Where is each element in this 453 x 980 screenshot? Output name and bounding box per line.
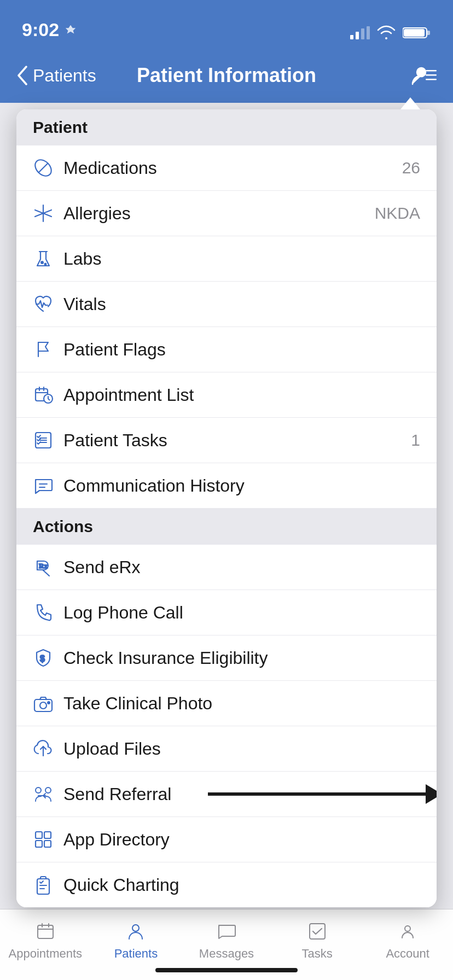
menu-item-communication-history[interactable]: Communication History <box>16 463 437 509</box>
tasks-tab-label: Tasks <box>301 947 332 961</box>
tab-patients[interactable]: Patients <box>91 919 182 961</box>
phone-icon <box>33 602 63 623</box>
menu-item-app-directory[interactable]: App Directory <box>16 817 437 862</box>
svg-text:$: $ <box>40 654 45 663</box>
svg-line-12 <box>39 164 48 172</box>
menu-item-vitals[interactable]: Vitals <box>16 282 437 327</box>
svg-rect-43 <box>36 841 42 847</box>
home-indicator <box>155 968 298 972</box>
svg-point-54 <box>405 926 410 931</box>
log-phone-call-label: Log Phone Call <box>63 603 420 623</box>
patient-tasks-label: Patient Tasks <box>63 430 411 451</box>
allergies-label: Allergies <box>63 203 375 224</box>
flask-icon <box>33 248 63 269</box>
rx-icon: Rx <box>33 557 63 578</box>
communication-history-label: Communication History <box>63 476 420 496</box>
svg-point-17 <box>41 261 43 264</box>
calendar-clock-icon <box>33 384 63 405</box>
tab-appointments[interactable]: Appointments <box>0 919 91 961</box>
svg-point-35 <box>40 702 47 709</box>
menu-item-labs[interactable]: Labs <box>16 236 437 282</box>
account-tab-icon <box>396 919 420 943</box>
tab-account[interactable]: Account <box>362 919 453 961</box>
svg-rect-53 <box>310 924 325 939</box>
patients-tab-label: Patients <box>114 947 158 961</box>
checklist-icon <box>33 430 63 451</box>
svg-rect-5 <box>427 31 430 35</box>
messages-tab-icon <box>214 919 239 943</box>
menu-item-take-photo[interactable]: Take Clinical Photo <box>16 681 437 726</box>
menu-item-upload-files[interactable]: Upload Files <box>16 726 437 772</box>
messages-tab-label: Messages <box>199 947 254 961</box>
menu-item-quick-charting[interactable]: Quick Charting <box>16 862 437 907</box>
labs-label: Labs <box>63 249 420 269</box>
svg-rect-6 <box>404 29 425 37</box>
svg-point-52 <box>132 925 139 931</box>
signal-icon <box>350 26 370 39</box>
svg-rect-44 <box>44 841 51 847</box>
svg-rect-3 <box>367 26 370 39</box>
allergies-badge: NKDA <box>375 204 420 223</box>
appointments-tab-label: Appointments <box>9 947 83 961</box>
svg-line-31 <box>43 570 49 576</box>
menu-item-log-phone-call[interactable]: Log Phone Call <box>16 590 437 635</box>
take-photo-label: Take Clinical Photo <box>63 693 420 714</box>
pill-icon <box>33 158 63 178</box>
tab-messages[interactable]: Messages <box>181 919 272 961</box>
svg-rect-8 <box>426 70 437 72</box>
svg-rect-10 <box>426 79 437 80</box>
menu-item-send-referral[interactable]: Send Referral <box>16 772 437 817</box>
appointments-tab-icon <box>33 919 57 943</box>
appointment-list-label: Appointment List <box>63 385 420 405</box>
nav-right-icons <box>410 65 437 86</box>
menu-item-send-erx[interactable]: Rx Send eRx <box>16 545 437 590</box>
profile-icon[interactable] <box>410 65 437 86</box>
menu-item-appointment-list[interactable]: Appointment List <box>16 372 437 418</box>
menu-item-medications[interactable]: Medications 26 <box>16 145 437 191</box>
heart-pulse-icon <box>33 294 63 314</box>
patient-flags-label: Patient Flags <box>63 340 420 360</box>
svg-rect-42 <box>44 832 51 838</box>
camera-icon <box>33 693 63 714</box>
svg-point-39 <box>45 788 51 793</box>
patients-tab-icon <box>124 919 148 943</box>
upload-files-label: Upload Files <box>63 739 420 759</box>
page-title: Patient Information <box>137 64 316 87</box>
svg-rect-2 <box>361 28 364 39</box>
menu-item-patient-flags[interactable]: Patient Flags <box>16 327 437 372</box>
svg-rect-0 <box>350 35 353 39</box>
wifi-icon <box>376 25 396 40</box>
patient-section-header: Patient <box>16 109 437 145</box>
vitals-label: Vitals <box>63 294 420 314</box>
send-erx-label: Send eRx <box>63 557 420 578</box>
menu-item-check-insurance[interactable]: $ Check Insurance Eligibility <box>16 635 437 681</box>
menu-item-allergies[interactable]: Allergies NKDA <box>16 191 437 236</box>
back-button[interactable]: Patients <box>16 66 96 86</box>
tasks-tab-icon <box>305 919 329 943</box>
svg-point-18 <box>45 264 47 265</box>
flag-icon <box>33 339 63 360</box>
quick-charting-label: Quick Charting <box>63 875 420 895</box>
tab-tasks[interactable]: Tasks <box>272 919 363 961</box>
svg-point-38 <box>36 788 41 793</box>
actions-section-header: Actions <box>16 509 437 545</box>
account-tab-label: Account <box>386 947 429 961</box>
message-lines-icon <box>33 475 63 496</box>
back-label: Patients <box>33 66 96 86</box>
clipboard-check-icon <box>33 874 63 895</box>
status-time: 9:02 <box>22 19 77 40</box>
svg-rect-41 <box>36 832 42 838</box>
medications-badge: 26 <box>402 159 420 177</box>
check-insurance-label: Check Insurance Eligibility <box>63 648 420 668</box>
svg-rect-9 <box>426 74 437 76</box>
menu-item-patient-tasks[interactable]: Patient Tasks 1 <box>16 418 437 463</box>
asterisk-icon <box>33 203 63 224</box>
grid-icon <box>33 829 63 850</box>
cloud-upload-icon <box>33 738 63 759</box>
referral-icon <box>33 784 63 804</box>
app-directory-label: App Directory <box>63 830 420 850</box>
battery-icon <box>403 26 431 40</box>
svg-rect-1 <box>356 32 359 39</box>
patient-tasks-badge: 1 <box>411 431 420 450</box>
dropdown-menu: Patient Medications 26 Allergies NKDA <box>16 109 437 907</box>
